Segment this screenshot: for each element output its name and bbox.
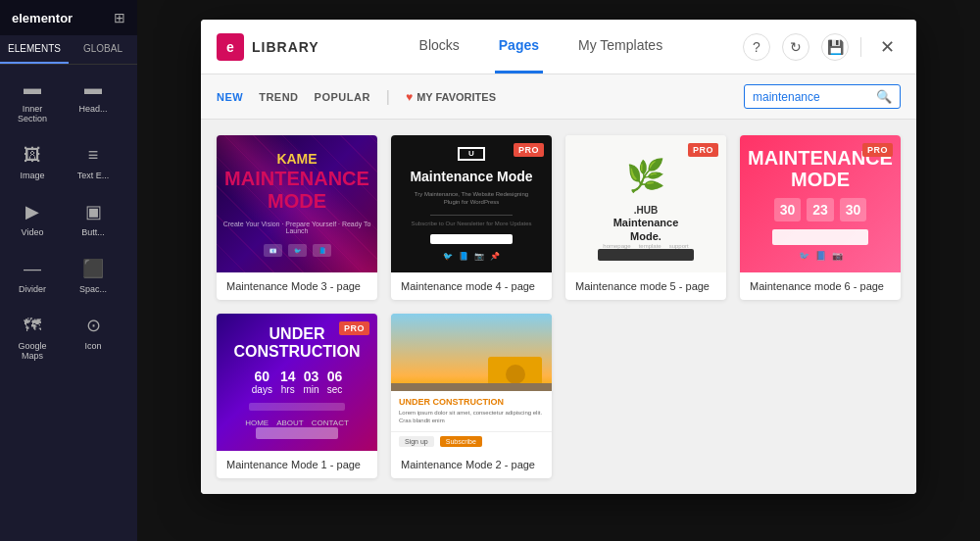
filter-popular[interactable]: POPULAR [315,91,370,103]
app-title: elementor [12,11,73,25]
video-icon: ▶ [17,200,48,223]
text-label: Text E... [77,171,110,180]
template-card-6[interactable]: UNDER CONSTRUCTION Lorem ipsum dolor sit… [391,314,552,478]
maps-label: Google Maps [8,341,57,361]
sidebar-item-header[interactable]: ▬ Head... [65,69,122,131]
sidebar-tab-global[interactable]: GLOBAL [69,35,137,64]
save-button[interactable]: 💾 [821,33,849,61]
sidebar-item-divider[interactable]: — Divider [4,249,61,302]
refresh-button[interactable]: ↻ [782,33,809,61]
sidebar-item-maps[interactable]: 🗺 Google Maps [4,306,61,369]
sidebar-item-inner-section[interactable]: ▬ Inner Section [4,69,61,131]
sidebar-tab-elements[interactable]: ELEMENTS [0,35,69,64]
template-card-1[interactable]: KAME MAINTENANCE MODE Create Your Vision… [217,135,377,300]
help-button[interactable]: ? [743,33,770,61]
tab-pages[interactable]: Pages [495,20,543,74]
header-divider [860,37,861,57]
pro-badge-3: PRO [688,143,718,157]
sidebar-items-list: ▬ Inner Section ▬ Head... 🖼 Image ≡ Text… [0,65,137,372]
sidebar-item-text[interactable]: ≡ Text E... [65,135,122,188]
modal-header-actions: ? ↻ 💾 ✕ [743,33,901,61]
template-card-2[interactable]: PRO U Maintenance Mode Try Maintenance, … [391,135,552,300]
modal-tabs: Blocks Pages My Templates [339,20,743,74]
inner-section-icon: ▬ [17,76,48,100]
image-label: Image [20,171,44,180]
sidebar-tabs: ELEMENTS GLOBAL [0,35,137,65]
modal-logo: e LIBRARY [217,33,319,61]
elementor-logo-icon: e [217,33,244,61]
pro-badge-5: PRO [339,321,369,335]
template-label-3: Maintenance mode 5 - page [565,272,726,300]
filter-new[interactable]: NEW [217,91,243,103]
filter-trend[interactable]: TREND [259,91,298,103]
template-label-4: Maintenance mode 6 - page [740,272,901,300]
modal-filter-bar: NEW TREND POPULAR | ♥ MY FAVORITES 🔍 [201,74,916,120]
templates-grid: KAME MAINTENANCE MODE Create Your Vision… [217,135,901,300]
template-thumbnail-5: PRO UNDER CONSTRUCTION 60days 14hrs 03mi… [217,314,377,451]
template-card-4[interactable]: PRO MAINTENANCEMODE 30 23 30 [740,135,901,300]
main-area: e LIBRARY Blocks Pages My Templates ? [137,0,980,541]
sidebar-item-video[interactable]: ▶ Video [4,192,61,245]
pro-badge-2: PRO [514,143,544,157]
spacer-label: Spac... [79,284,107,294]
header-icon: ▬ [77,76,109,100]
inner-section-label: Inner Section [8,104,57,123]
filter-separator: | [386,88,390,106]
button-label: Butt... [81,227,105,237]
template-thumbnail-4: PRO MAINTENANCEMODE 30 23 30 [740,135,901,272]
modal-logo-text: LIBRARY [252,39,319,55]
maps-icon: 🗺 [17,314,48,337]
search-input[interactable] [753,90,870,104]
template-label-1: Maintenance Mode 3 - page [217,272,377,300]
templates-grid-row2: PRO UNDER CONSTRUCTION 60days 14hrs 03mi… [217,314,901,478]
sidebar-item-image[interactable]: 🖼 Image [4,135,61,188]
template-label-5: Maintenance Mode 1 - page [217,451,377,478]
pro-badge-4: PRO [862,143,893,157]
icon-label: Icon [84,341,101,351]
filter-favorites[interactable]: ♥ MY FAVORITES [406,90,496,104]
library-modal: e LIBRARY Blocks Pages My Templates ? [201,20,916,494]
video-label: Video [22,227,44,237]
filter-favorites-label: MY FAVORITES [416,91,496,103]
close-button[interactable]: ✕ [873,33,901,61]
sidebar-item-spacer[interactable]: ⬛ Spac... [65,249,122,302]
template-thumbnail-1: KAME MAINTENANCE MODE Create Your Vision… [217,135,377,272]
spacer-icon: ⬛ [77,257,109,280]
sidebar-item-icon[interactable]: ⊙ Icon [65,306,122,369]
divider-label: Divider [19,284,46,294]
template-label-6: Maintenance Mode 2 - page [391,451,552,478]
sidebar: elementor ⊞ ELEMENTS GLOBAL ▬ Inner Sect… [0,0,137,541]
tab-my-templates[interactable]: My Templates [574,20,666,74]
text-icon: ≡ [77,143,109,167]
header-label: Head... [78,104,107,114]
template-card-5[interactable]: PRO UNDER CONSTRUCTION 60days 14hrs 03mi… [217,314,377,478]
modal-header: e LIBRARY Blocks Pages My Templates ? [201,20,916,74]
tab-blocks[interactable]: Blocks [416,20,464,74]
search-icon[interactable]: 🔍 [876,89,892,104]
icon-icon: ⊙ [77,314,109,337]
template-thumbnail-2: PRO U Maintenance Mode Try Maintenance, … [391,135,552,272]
divider-icon: — [17,257,48,280]
template-card-3[interactable]: PRO 🌿 .HUB MaintenanceMode. homepage tem… [565,135,726,300]
sidebar-top-bar: elementor ⊞ [0,0,137,35]
modal-overlay: e LIBRARY Blocks Pages My Templates ? [137,0,980,541]
button-icon: ▣ [77,200,109,223]
image-icon: 🖼 [17,143,48,167]
grid-icon[interactable]: ⊞ [114,10,125,25]
heart-icon: ♥ [406,90,413,104]
template-thumbnail-6: UNDER CONSTRUCTION Lorem ipsum dolor sit… [391,314,552,451]
template-thumbnail-3: PRO 🌿 .HUB MaintenanceMode. homepage tem… [565,135,726,272]
template-label-2: Maintenance mode 4 - page [391,272,552,300]
modal-content: KAME MAINTENANCE MODE Create Your Vision… [201,120,916,494]
sidebar-item-button[interactable]: ▣ Butt... [65,192,122,245]
search-container: 🔍 [744,84,901,109]
